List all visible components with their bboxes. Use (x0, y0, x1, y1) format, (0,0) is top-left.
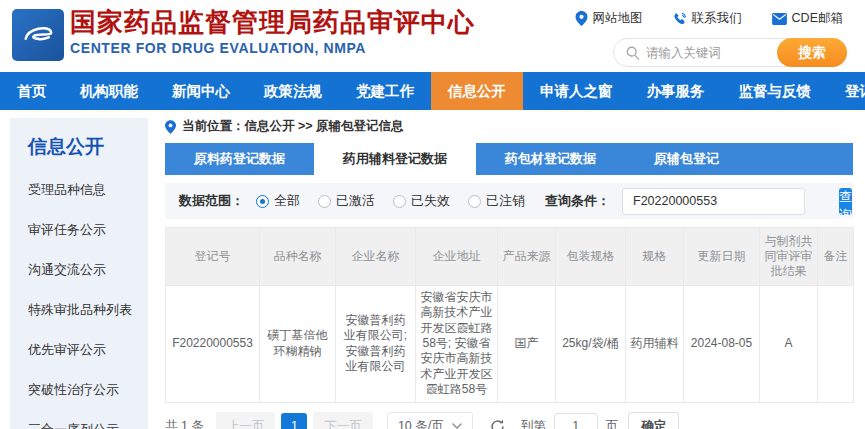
next-page-button[interactable]: 下一页 (313, 412, 373, 429)
sitemap-label: 网站地图 (593, 10, 643, 27)
phone-icon (673, 12, 687, 26)
sidebar-item-priority-review[interactable]: 优先审评公示 (28, 330, 148, 370)
cell-package-spec: 25kg/袋/桶 (556, 286, 626, 403)
nav-item-info-disclosure[interactable]: 信息公开 (431, 72, 523, 110)
cell-joint-review-result: A (760, 286, 818, 403)
cell-spec: 药用辅料 (626, 286, 684, 403)
query-button[interactable]: 查询 (839, 188, 852, 215)
mailbox-label: CDE邮箱 (792, 10, 843, 27)
nav-item-policy[interactable]: 政策法规 (247, 72, 339, 110)
col-package-spec: 包装规格 (556, 228, 626, 286)
radio-all[interactable]: 全部 (256, 192, 300, 210)
nav-item-news[interactable]: 新闻中心 (155, 72, 247, 110)
table-row: F20220000553 磺丁基倍他环糊精钠 安徽普利药业有限公司;安徽普利药业… (166, 286, 854, 403)
nav-item-supervision[interactable]: 监督与反馈 (722, 72, 829, 110)
search-icon (626, 46, 640, 60)
tab-excipient-registration[interactable]: 药用辅料登记数据 (314, 143, 476, 175)
contact-link[interactable]: 联系我们 (673, 10, 742, 27)
tab-packaging-registration[interactable]: 药包材登记数据 (476, 143, 625, 175)
nav-item-services[interactable]: 办事服务 (630, 72, 722, 110)
cell-product-origin: 国产 (498, 286, 556, 403)
nav-item-party[interactable]: 党建工作 (339, 72, 431, 110)
filter-bar: 数据范围： 全部 已激活 已失效 已注销 查询条 (165, 183, 853, 219)
nav-item-registration-platform[interactable]: 登记备案平台 (828, 72, 865, 110)
col-variety-name: 品种名称 (260, 228, 336, 286)
sidebar-item-three-in-one[interactable]: 三合一序列公示 (28, 410, 148, 429)
page-number-1[interactable]: 1 (281, 413, 307, 429)
location-pin-icon (575, 11, 588, 26)
nav-item-applicant[interactable]: 申请人之窗 (523, 72, 630, 110)
page-size-value: 10 条/页 (398, 418, 444, 429)
radio-all-label: 全部 (274, 192, 300, 210)
goto-confirm-button[interactable]: 确定 (628, 412, 679, 429)
scope-radio-group: 全部 已激活 已失效 已注销 (256, 192, 525, 210)
radio-circle-icon (256, 195, 269, 208)
goto-label: 到第 (521, 418, 546, 429)
cell-company-name: 安徽普利药业有限公司;安徽普利药业有限公司 (336, 286, 416, 403)
sidebar-item-review-tasks[interactable]: 审评任务公示 (28, 210, 148, 250)
tab-raw-aux-pack[interactable]: 原辅包登记 (625, 143, 748, 175)
cell-variety-name: 磺丁基倍他环糊精钠 (260, 286, 336, 403)
nav-item-home[interactable]: 首页 (0, 72, 63, 110)
table-header-row: 登记号 品种名称 企业名称 企业地址 产品来源 包装规格 规格 更新日期 与制剂… (166, 228, 854, 286)
sidebar-title: 信息公开 (28, 134, 148, 160)
scope-label: 数据范围： (179, 192, 244, 210)
query-label: 查询条件： (545, 192, 610, 210)
sidebar-item-communication[interactable]: 沟通交流公示 (28, 250, 148, 290)
query-input[interactable] (622, 188, 805, 215)
radio-cancelled[interactable]: 已注销 (468, 192, 525, 210)
swoosh-logo-icon (18, 15, 58, 55)
col-update-date: 更新日期 (684, 228, 760, 286)
cde-logo (12, 9, 64, 61)
total-count: 共 1 条 (165, 418, 204, 429)
quick-links: 网站地图 联系我们 CDE邮箱 (575, 10, 843, 27)
cell-update-date: 2024-08-05 (684, 286, 760, 403)
tab-bar: 原料药登记数据 药用辅料登记数据 药包材登记数据 原辅包登记 (165, 143, 853, 175)
search-button[interactable]: 搜索 (777, 38, 847, 67)
radio-circle-icon (468, 195, 481, 208)
radio-activated-label: 已激活 (336, 192, 375, 210)
cell-company-address: 安徽省安庆市高新技术产业开发区霞虹路58号; 安徽省安庆市高新技术产业开发区霞虹… (416, 286, 498, 403)
col-joint-review-result: 与制剂共同审评审批结果 (760, 228, 818, 286)
main-content: 当前位置：信息公开 >> 原辅包登记信息 原料药登记数据 药用辅料登记数据 药包… (165, 112, 853, 429)
col-spec: 规格 (626, 228, 684, 286)
radio-circle-icon (318, 195, 331, 208)
cell-remark (818, 286, 854, 403)
site-title: 国家药品监督管理局药品审评中心 (70, 7, 475, 38)
pagination: 共 1 条 上一页 1 下一页 10 条/页 到第 页 确定 (165, 412, 853, 429)
main-nav: 首页 机构职能 新闻中心 政策法规 党建工作 信息公开 申请人之窗 办事服务 监… (0, 72, 865, 110)
col-company-address: 企业地址 (416, 228, 498, 286)
site-title-block: 国家药品监督管理局药品审评中心 CENTER FOR DRUG EVALUATI… (70, 7, 475, 56)
radio-circle-icon (393, 195, 406, 208)
goto-unit: 页 (606, 418, 619, 429)
sidebar-item-breakthrough-therapy[interactable]: 突破性治疗公示 (28, 370, 148, 410)
contact-label: 联系我们 (692, 10, 742, 27)
location-pin-icon (165, 120, 176, 134)
search-bar: 搜索 (613, 38, 847, 67)
sidebar-item-accepted-varieties[interactable]: 受理品种信息 (28, 170, 148, 210)
nav-item-functions[interactable]: 机构职能 (63, 72, 155, 110)
radio-cancelled-label: 已注销 (486, 192, 525, 210)
cell-registration-no: F20220000553 (166, 286, 260, 403)
mailbox-link[interactable]: CDE邮箱 (772, 10, 843, 27)
col-company-name: 企业名称 (336, 228, 416, 286)
radio-invalid-label: 已失效 (411, 192, 450, 210)
sidebar-item-special-approval[interactable]: 特殊审批品种列表 (28, 290, 148, 330)
breadcrumb: 当前位置：信息公开 >> 原辅包登记信息 (165, 118, 853, 135)
radio-activated[interactable]: 已激活 (318, 192, 375, 210)
refresh-button[interactable] (489, 417, 507, 429)
refresh-icon (490, 419, 505, 429)
goto-page-input[interactable] (554, 413, 598, 429)
page-size-select[interactable]: 10 条/页 (387, 412, 473, 429)
mail-icon (772, 13, 787, 25)
page: 国家药品监督管理局药品审评中心 CENTER FOR DRUG EVALUATI… (0, 0, 865, 429)
prev-page-button[interactable]: 上一页 (216, 412, 276, 429)
search-input[interactable] (646, 46, 776, 60)
tab-api-registration[interactable]: 原料药登记数据 (165, 143, 314, 175)
header: 国家药品监督管理局药品审评中心 CENTER FOR DRUG EVALUATI… (0, 0, 865, 72)
sidebar: 信息公开 受理品种信息 审评任务公示 沟通交流公示 特殊审批品种列表 优先审评公… (10, 118, 148, 429)
site-subtitle: CENTER FOR DRUG EVALUATION, NMPA (70, 40, 475, 56)
registration-table: 登记号 品种名称 企业名称 企业地址 产品来源 包装规格 规格 更新日期 与制剂… (165, 227, 854, 403)
sitemap-link[interactable]: 网站地图 (575, 10, 643, 27)
radio-invalid[interactable]: 已失效 (393, 192, 450, 210)
